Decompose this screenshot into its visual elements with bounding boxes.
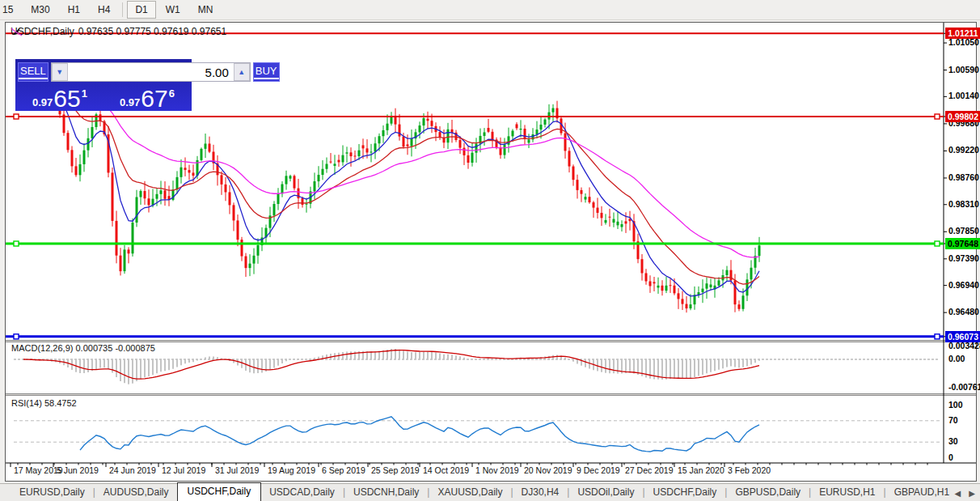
date-axis-label: 24 Jun 2019 — [109, 465, 156, 475]
tab-eurusd-h1[interactable]: EURUSD,H1 — [811, 484, 883, 501]
volume-decrease-button[interactable]: ▼ — [52, 63, 68, 81]
price-axis-tick: 0.97850 — [948, 226, 979, 236]
date-axis-label: 19 Aug 2019 — [268, 465, 315, 475]
timeframe-button-h4[interactable]: H4 — [90, 1, 118, 19]
timeframe-button-15[interactable]: 15 — [0, 1, 21, 19]
chevron-down-icon: ▼ — [56, 68, 63, 76]
buy-button[interactable]: BUY — [253, 62, 280, 82]
chart-ohlc-values: 0.97635 0.97775 0.97619 0.97651 — [78, 26, 227, 37]
price-axis-tick: 0.98310 — [948, 199, 979, 209]
tab-usdoil-daily[interactable]: USDOil,Daily — [569, 484, 642, 501]
date-axis-label: 12 Jul 2019 — [162, 465, 205, 475]
tab-eurusd-daily[interactable]: EURUSD,Daily — [11, 484, 93, 501]
date-axis-label: 15 Jan 2020 — [678, 465, 724, 475]
rsi-scale-label: 30 — [948, 436, 958, 446]
date-axis-label: 17 May 2019 — [14, 465, 63, 475]
timeframe-button-h1[interactable]: H1 — [60, 1, 88, 19]
one-click-trade-panel: SELL ▼ ▲ BUY 0.97 65 1 — [15, 59, 192, 111]
price-level-badge: 0.99802 — [945, 111, 980, 122]
price-axis-tick: 0.99220 — [948, 145, 979, 155]
timeframe-button-w1[interactable]: W1 — [158, 1, 188, 19]
date-axis-label: 3 Feb 2020 — [728, 465, 771, 475]
rsi-scale-label: 70 — [948, 415, 958, 425]
volume-increase-button[interactable]: ▲ — [234, 63, 250, 81]
date-axis-label: 20 Nov 2019 — [524, 465, 572, 475]
timeframe-button-d1[interactable]: D1 — [127, 1, 155, 19]
chart-tab-bar: ◀ ▶ EURUSD,Daily|AUDUSD,DailyUSDCHF,Dail… — [0, 483, 980, 501]
rsi-scale-label: 100 — [948, 400, 963, 410]
chevron-up-icon: ▲ — [238, 68, 245, 76]
timeframe-toolbar: 15M30H1H4D1W1MN — [0, 0, 980, 20]
tab-gbpaud-h1[interactable]: GBPAUD,H1 — [886, 484, 957, 501]
price-axis-tick: 0.96940 — [948, 280, 979, 290]
rsi-indicator-label: RSI(14) 58.4752 — [11, 398, 77, 408]
macd-scale-label: -0.007615 — [948, 382, 980, 392]
price-axis-tick: 1.00590 — [948, 65, 979, 74]
date-axis-label: 1 Nov 2019 — [475, 465, 519, 475]
tab-scroll-right-icon[interactable]: ▶ — [969, 489, 975, 498]
timeframe-button-mn[interactable]: MN — [190, 1, 222, 19]
toolbar-separator — [122, 2, 123, 17]
chart-title: USDCHF,Daily 0.97635 0.97775 0.97619 0.9… — [11, 26, 226, 37]
price-level-badge: 1.01211 — [945, 28, 980, 39]
tab-gbpusd-daily[interactable]: GBPUSD,Daily — [727, 484, 809, 501]
timeframe-button-m30[interactable]: M30 — [23, 1, 57, 19]
price-level-badge: 0.96073 — [945, 331, 980, 342]
price-axis-tick: 0.97390 — [948, 253, 979, 263]
date-axis-label: 6 Sep 2019 — [322, 465, 365, 475]
macd-indicator-label: MACD(12,26,9) 0.000735 -0.000875 — [11, 343, 155, 353]
tab-usdcnh-daily[interactable]: USDCNH,Daily — [345, 484, 427, 501]
macd-scale-label: 0.00 — [948, 354, 965, 363]
tab-dj30-h4[interactable]: DJ30,H4 — [513, 484, 568, 501]
tab-xauusd-daily[interactable]: XAUUSD,Daily — [429, 484, 510, 501]
tab-usdchf-daily[interactable]: USDCHF,Daily — [645, 484, 725, 501]
date-axis-label: 9 Dec 2019 — [577, 465, 620, 475]
chart-window: USDCHF,Daily 0.97635 0.97775 0.97619 0.9… — [5, 22, 977, 482]
tab-scroll-left-icon[interactable]: ◀ — [955, 489, 961, 498]
price-axis-tick: 0.96480 — [948, 307, 979, 316]
date-axis-label: 5 Jun 2019 — [57, 465, 99, 475]
buy-price-display[interactable]: 0.97 67 6 — [105, 85, 189, 111]
price-axis-tick: 0.98760 — [948, 172, 979, 182]
tab-usdcad-daily[interactable]: USDCAD,Daily — [261, 484, 343, 501]
volume-input[interactable] — [68, 66, 234, 79]
date-axis-label: 31 Jul 2019 — [215, 465, 259, 475]
tab-usdchf-daily[interactable]: USDCHF,Daily — [177, 482, 262, 501]
pointer-cursor-icon — [11, 26, 23, 36]
tab-audusd-daily[interactable]: AUDUSD,Daily — [95, 484, 177, 501]
date-axis-label: 14 Oct 2019 — [423, 465, 469, 475]
sell-price-display[interactable]: 0.97 65 1 — [18, 85, 102, 111]
rsi-scale-label: 0 — [948, 452, 953, 462]
date-axis-label: 25 Sep 2019 — [371, 465, 420, 475]
price-axis-tick: 1.00140 — [948, 91, 979, 100]
date-axis-label: 27 Dec 2019 — [625, 465, 674, 475]
sell-button[interactable]: SELL — [18, 62, 49, 82]
price-level-badge: 0.97648 — [945, 238, 980, 249]
